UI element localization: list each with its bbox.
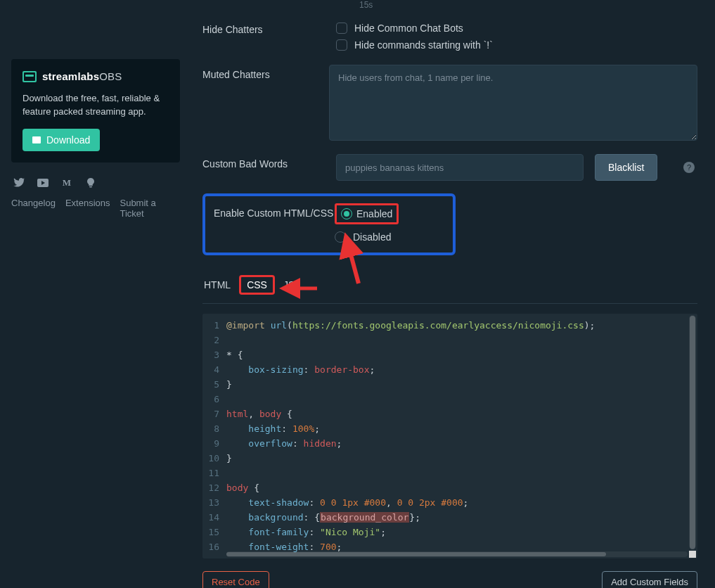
promo-logo-text: streamlabsOBS <box>42 70 122 82</box>
tabs-divider <box>202 303 697 304</box>
promo-card: streamlabsOBS Download the free, fast, r… <box>11 59 180 162</box>
code-editor[interactable]: 12345678910111213141516 @import url(http… <box>202 314 697 558</box>
enabled-highlight: Enabled <box>335 203 399 224</box>
check-hide-cmds-label: Hide commands starting with `!` <box>354 39 493 51</box>
download-button[interactable]: Download <box>22 129 100 151</box>
row-hide-chatters: Hide Chatters Hide Common Chat Bots Hide… <box>194 14 706 59</box>
check-hide-bots-label: Hide Common Chat Bots <box>354 23 463 34</box>
social-links: M <box>11 175 180 198</box>
idea-icon[interactable] <box>84 178 97 188</box>
row-bad-words: Custom Bad Words Blacklist ? <box>194 148 706 186</box>
help-icon[interactable]: ? <box>683 162 695 173</box>
label-bad-words: Custom Bad Words <box>202 154 336 181</box>
radio-enabled[interactable] <box>341 208 352 219</box>
editor-tabs: HTML CSS JS <box>194 262 706 298</box>
blacklist-button[interactable]: Blacklist <box>595 154 657 181</box>
radio-disabled[interactable] <box>335 231 346 243</box>
submit-ticket-link[interactable]: Submit a Ticket <box>120 198 180 219</box>
check-hide-cmds-line: Hide commands starting with `!` <box>336 37 697 53</box>
reset-code-button[interactable]: Reset Code <box>202 571 269 588</box>
youtube-icon[interactable] <box>37 178 49 188</box>
muted-textarea[interactable] <box>329 65 697 141</box>
download-icon <box>32 136 41 143</box>
promo-description: Download the free, fast, reliable & feat… <box>22 92 169 119</box>
label-enable-custom: Enable Custom HTML/CSS <box>210 203 335 245</box>
editor-scrollbar-horizontal[interactable] <box>226 551 688 557</box>
streamlabs-icon <box>22 71 37 82</box>
tab-js[interactable]: JS <box>282 276 296 293</box>
download-label: Download <box>46 134 90 146</box>
tab-html[interactable]: HTML <box>202 276 232 293</box>
extensions-link[interactable]: Extensions <box>65 198 110 219</box>
timeout-hint: 15s <box>194 0 706 14</box>
checkbox-hide-cmds[interactable] <box>336 39 347 51</box>
checkbox-hide-bots[interactable] <box>336 23 347 34</box>
tab-css[interactable]: CSS <box>239 275 275 295</box>
label-hide-chatters: Hide Chatters <box>202 20 336 53</box>
bad-words-input[interactable] <box>336 154 584 181</box>
line-numbers: 12345678910111213141516 <box>202 318 224 554</box>
code-content: @import url(https://fonts.googleapis.com… <box>226 318 688 554</box>
radio-disabled-line: Disabled <box>335 229 449 245</box>
changelog-link[interactable]: Changelog <box>11 198 56 219</box>
main-panel: 15s Hide Chatters Hide Common Chat Bots … <box>194 0 706 588</box>
radio-enabled-label: Enabled <box>356 208 392 219</box>
label-muted-chatters: Muted Chatters <box>202 65 329 143</box>
enable-custom-box: Enable Custom HTML/CSS Enabled Disabled <box>202 193 456 255</box>
check-hide-bots-line: Hide Common Chat Bots <box>336 20 697 37</box>
editor-footer: Reset Code Add Custom Fields <box>194 558 706 588</box>
promo-logo: streamlabsOBS <box>22 70 169 82</box>
sidebar: streamlabsOBS Download the free, fast, r… <box>11 59 180 219</box>
row-muted-chatters: Muted Chatters <box>194 59 706 148</box>
radio-disabled-label: Disabled <box>353 231 391 243</box>
editor-scrollbar-vertical[interactable] <box>689 315 696 549</box>
footer-links: Changelog Extensions Submit a Ticket <box>11 198 180 219</box>
add-custom-fields-button[interactable]: Add Custom Fields <box>602 571 697 588</box>
twitter-icon[interactable] <box>13 178 25 188</box>
medium-icon[interactable]: M <box>60 178 73 188</box>
